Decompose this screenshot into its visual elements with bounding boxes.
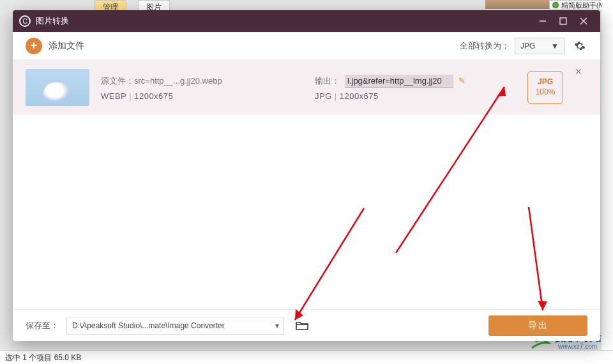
- file-thumbnail: [26, 69, 89, 106]
- remove-file-button[interactable]: ✕: [575, 66, 587, 77]
- open-folder-button[interactable]: [295, 319, 309, 333]
- output-label: 输出：: [315, 75, 340, 87]
- maximize-button[interactable]: [553, 10, 573, 32]
- add-file-button[interactable]: + 添加文件: [26, 38, 84, 54]
- chevron-down-icon: ▾: [275, 321, 279, 330]
- settings-button[interactable]: [572, 38, 587, 54]
- toolbar: + 添加文件 全部转换为： JPG ▼: [13, 32, 600, 60]
- save-path-text: D:\Apeaksoft Studio\...mate\Image Conver…: [72, 321, 225, 330]
- file-row[interactable]: 源文件：src=http__...g.jj20.webp 输出： ✎ WEBP|…: [13, 60, 600, 115]
- source-name: src=http__...g.jj20.webp: [134, 76, 222, 86]
- source-file-line: 源文件：src=http__...g.jj20.webp: [101, 75, 302, 87]
- output-meta: JPG|1200x675: [315, 91, 516, 101]
- chevron-down-icon: ▼: [551, 42, 559, 50]
- svg-rect-1: [560, 18, 566, 24]
- plus-icon: +: [26, 38, 42, 54]
- source-meta: WEBP|1200x675: [101, 91, 302, 101]
- source-label: 源文件：: [101, 76, 134, 86]
- output-format-select[interactable]: JPG ▼: [515, 38, 564, 54]
- app-title: 图片转换: [36, 15, 533, 27]
- format-quality-badge[interactable]: JPG 100%: [527, 71, 563, 104]
- explorer-statusbar: 选中 1 个项目 65.0 KB: [0, 350, 613, 364]
- output-file-line: 输出： ✎: [315, 75, 516, 87]
- edit-name-icon[interactable]: ✎: [458, 76, 465, 86]
- badge-format: JPG: [538, 77, 553, 87]
- close-button[interactable]: [573, 10, 594, 32]
- file-list: 源文件：src=http__...g.jj20.webp 输出： ✎ WEBP|…: [13, 60, 600, 309]
- bg-helper-label: 精简版助手(M: [561, 1, 605, 10]
- watermark-line2: www.xz7.com: [554, 343, 602, 350]
- save-path-dropdown[interactable]: D:\Apeaksoft Studio\...mate\Image Conver…: [66, 317, 284, 335]
- bg-helper-icon: [552, 2, 559, 8]
- bottom-bar: 保存至： D:\Apeaksoft Studio\...mate\Image C…: [13, 309, 600, 341]
- image-converter-window: C 图片转换 + 添加文件 全部转换为： JPG ▼ 源文件：src=http_…: [13, 10, 600, 341]
- convert-all-label: 全部转换为：: [460, 40, 510, 52]
- add-file-label: 添加文件: [49, 40, 84, 52]
- format-select-value: JPG: [520, 42, 535, 50]
- output-dimensions: 1200x675: [340, 91, 379, 101]
- output-filename-input[interactable]: [345, 75, 453, 87]
- bg-right-panel: [602, 0, 613, 364]
- export-button[interactable]: 导出: [488, 315, 587, 336]
- source-format: WEBP: [101, 91, 126, 101]
- export-label: 导出: [528, 320, 549, 331]
- minimize-button[interactable]: [533, 10, 553, 32]
- save-to-label: 保存至：: [26, 320, 59, 331]
- source-dimensions: 1200x675: [134, 91, 173, 101]
- app-logo-icon: C: [19, 15, 31, 27]
- badge-quality: 100%: [536, 87, 556, 98]
- titlebar[interactable]: C 图片转换: [13, 10, 600, 32]
- output-format: JPG: [315, 91, 332, 101]
